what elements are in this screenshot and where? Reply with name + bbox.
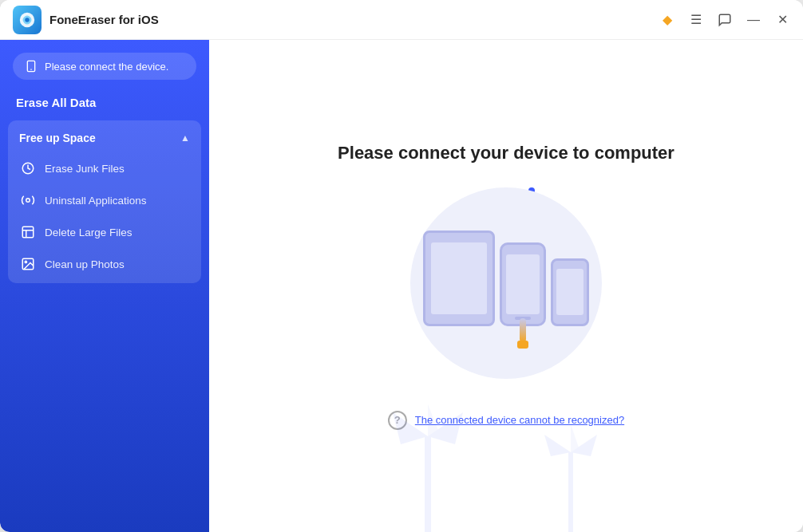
connect-device-button[interactable]: Please connect the device.	[13, 53, 196, 80]
free-up-space-group: Free up Space ▲ Erase Junk Files	[8, 120, 201, 283]
free-up-space-header[interactable]: Free up Space ▲	[8, 124, 201, 152]
svg-point-1	[25, 18, 30, 22]
clean-photos-label: Clean up Photos	[45, 258, 125, 270]
app-body: Please connect the device. Erase All Dat…	[0, 40, 803, 532]
uninstall-apps-label: Uninstall Applications	[45, 195, 147, 207]
svg-marker-16	[544, 435, 571, 456]
device-phone-small	[551, 258, 589, 326]
svg-rect-11	[425, 436, 431, 532]
title-bar-controls: ◆ ☰ — ✕	[659, 12, 790, 28]
cable	[520, 318, 526, 342]
sidebar-item-delete-large-files[interactable]: Delete Large Files	[8, 216, 201, 248]
svg-rect-15	[568, 452, 573, 532]
sidebar: Please connect the device. Erase All Dat…	[0, 40, 209, 532]
device-phone-large	[500, 242, 546, 326]
minimize-icon[interactable]: —	[746, 12, 761, 28]
chevron-up-icon: ▲	[180, 132, 190, 144]
cable-plug	[517, 341, 528, 349]
free-up-space-label: Free up Space	[19, 132, 96, 144]
sidebar-item-uninstall-apps[interactable]: Uninstall Applications	[8, 184, 201, 216]
chat-icon[interactable]	[717, 12, 733, 28]
apps-icon	[19, 191, 37, 209]
main-content: Please connect your device to computer ?	[209, 40, 803, 532]
junk-icon	[19, 160, 37, 177]
title-bar: FoneEraser for iOS ◆ ☰ — ✕	[0, 0, 803, 40]
svg-point-10	[25, 261, 26, 262]
photos-icon	[19, 255, 37, 273]
device-group	[423, 231, 589, 326]
device-tablet	[423, 231, 495, 326]
phone-icon	[24, 59, 38, 73]
sidebar-item-clean-photos[interactable]: Clean up Photos	[8, 248, 201, 280]
svg-rect-6	[22, 227, 34, 238]
svg-marker-17	[571, 435, 597, 456]
files-icon	[19, 223, 37, 241]
question-icon: ?	[388, 411, 407, 430]
app-window: FoneEraser for iOS ◆ ☰ — ✕	[0, 0, 803, 532]
close-icon[interactable]: ✕	[774, 12, 790, 28]
main-title: Please connect your device to computer	[338, 143, 674, 164]
erase-junk-label: Erase Junk Files	[45, 163, 125, 175]
diamond-icon[interactable]: ◆	[659, 12, 675, 28]
devices-illustration	[394, 195, 618, 371]
svg-point-5	[26, 199, 30, 203]
help-link[interactable]: The connected device cannot be recognize…	[415, 414, 624, 426]
help-row: ? The connected device cannot be recogni…	[388, 411, 624, 430]
sidebar-item-erase-junk[interactable]: Erase Junk Files	[8, 152, 201, 184]
app-title: FoneEraser for iOS	[49, 13, 159, 26]
device-btn-label: Please connect the device.	[45, 61, 168, 73]
delete-large-files-label: Delete Large Files	[45, 227, 133, 238]
app-logo	[13, 6, 42, 34]
erase-all-data-title: Erase All Data	[0, 96, 209, 120]
menu-icon[interactable]: ☰	[688, 12, 704, 28]
